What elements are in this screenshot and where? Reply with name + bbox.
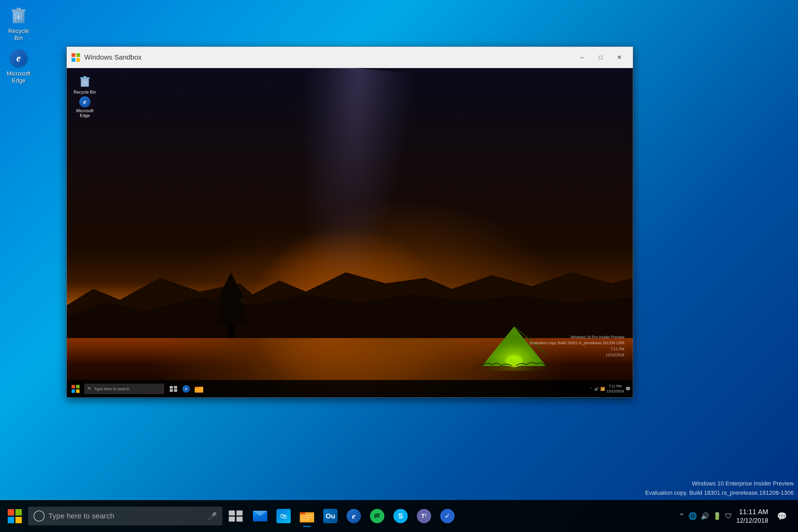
- outlook-icon: Ou: [323, 509, 338, 523]
- clock-date: 12/12/2018: [736, 516, 768, 525]
- search-placeholder: Type here to search: [49, 512, 114, 520]
- svg-rect-39: [8, 509, 14, 515]
- spotify-taskbar-icon[interactable]: [366, 504, 388, 528]
- inner-taskbar-icons: e: [168, 384, 204, 394]
- svg-rect-51: [301, 519, 309, 520]
- outlook-taskbar-icon[interactable]: Ou: [320, 504, 341, 528]
- start-button[interactable]: [3, 504, 26, 528]
- svg-rect-50: [301, 517, 313, 518]
- skype-icon: S: [394, 509, 408, 523]
- minimize-button[interactable]: –: [573, 51, 591, 64]
- taskbar-app-icons: 🛍 Ou: [249, 504, 458, 528]
- inner-build-info-line1: Windows 10 Pro Insider Preview: [530, 334, 624, 340]
- svg-rect-35: [170, 389, 173, 392]
- active-indicator: [303, 526, 311, 527]
- desktop-icon-recycle-bin[interactable]: ♻ Recycle Bin: [3, 3, 35, 44]
- inner-file-explorer-icon[interactable]: [194, 384, 204, 394]
- search-bar[interactable]: Type here to search 🎤: [28, 507, 222, 525]
- microphone-icon[interactable]: 🎤: [208, 512, 217, 520]
- inner-taskbar: 🔍 Type here to search e: [67, 380, 633, 397]
- inner-desktop-icon-edge[interactable]: e Microsoft Edge: [72, 95, 98, 120]
- inner-build-info-line3: 7:11 PM: [530, 346, 624, 352]
- svg-rect-9: [72, 58, 75, 62]
- svg-text:♻: ♻: [17, 15, 21, 20]
- inner-build-info: Windows 10 Pro Insider Preview Evaluatio…: [530, 334, 624, 358]
- clock-time: 11:11 AM: [736, 508, 768, 517]
- svg-rect-34: [174, 386, 177, 388]
- store-taskbar-icon[interactable]: 🛍: [273, 504, 294, 528]
- taskbar: Type here to search 🎤 🛍: [0, 500, 798, 532]
- inner-search-bar[interactable]: 🔍 Type here to search: [84, 384, 164, 394]
- sandbox-content: Windows 10 Pro Insider Preview Evaluatio…: [67, 68, 633, 397]
- edge-icon: e: [8, 48, 29, 69]
- chevron-up-icon[interactable]: ⌃: [679, 512, 685, 520]
- systray: ⌃ 🌐 🔊 🔋 🛡 11:11 AM 12/12/2018 💬: [679, 507, 795, 525]
- file-explorer-icon: [300, 510, 314, 522]
- edge-icon-taskbar: e: [347, 509, 361, 523]
- inner-desktop-icon-recycle-bin[interactable]: ♻ Recycle Bin: [72, 73, 98, 96]
- svg-rect-32: [76, 390, 79, 393]
- spotify-icon: [370, 509, 384, 523]
- clock-area[interactable]: 11:11 AM 12/12/2018: [736, 508, 768, 525]
- desktop-icon-edge[interactable]: e Microsoft Edge: [3, 45, 35, 86]
- taskview-button[interactable]: [225, 506, 246, 527]
- edge-taskbar-icon[interactable]: e: [343, 504, 364, 528]
- inner-taskview-icon[interactable]: [168, 384, 178, 394]
- outer-build-info-line2: Evaluation copy. Build 18301.rs_prerelea…: [645, 488, 794, 497]
- inner-systray: ⌃ 🔊 📶 7:11 PM 12/12/2018 💬: [590, 384, 631, 394]
- svg-rect-46: [236, 517, 243, 521]
- sandbox-title-text: Windows Sandbox: [84, 53, 573, 61]
- svg-rect-27: [83, 76, 87, 77]
- svg-text:♻: ♻: [83, 81, 87, 84]
- file-explorer-taskbar-icon[interactable]: [296, 504, 318, 528]
- skype-taskbar-icon[interactable]: S: [390, 504, 411, 528]
- inner-build-info-line2: Evaluation copy. Build 18301.rs_prerelea…: [530, 340, 624, 346]
- close-button[interactable]: ✕: [610, 51, 629, 64]
- maximize-button[interactable]: □: [591, 51, 610, 64]
- recycle-bin-label: Recycle Bin: [5, 28, 33, 41]
- inner-build-info-line4: 12/12/2018: [530, 352, 624, 358]
- recycle-bin-icon: ♻: [8, 5, 29, 26]
- security-icon[interactable]: 🛡: [725, 512, 732, 520]
- edge-label: Microsoft Edge: [5, 70, 33, 84]
- inner-edge-icon: e: [79, 96, 91, 108]
- svg-rect-16: [228, 323, 234, 338]
- inner-edge-taskbar-icon[interactable]: e: [181, 384, 191, 394]
- svg-rect-29: [72, 385, 75, 388]
- svg-rect-44: [236, 510, 243, 515]
- svg-rect-33: [170, 386, 173, 388]
- network-icon[interactable]: 🌐: [688, 512, 697, 520]
- inner-start-button[interactable]: [69, 382, 82, 396]
- inner-edge-label: Microsoft Edge: [73, 109, 97, 118]
- notification-button[interactable]: 💬: [773, 507, 791, 525]
- volume-icon[interactable]: 🔊: [701, 512, 709, 520]
- svg-rect-43: [229, 510, 235, 515]
- mail-taskbar-icon[interactable]: [249, 504, 271, 528]
- sandbox-titlebar: Windows Sandbox – □ ✕: [67, 47, 633, 68]
- svg-rect-7: [72, 53, 75, 57]
- teams-taskbar-icon[interactable]: T¹: [413, 504, 435, 528]
- battery-icon[interactable]: 🔋: [713, 512, 721, 520]
- inner-recycle-bin-label: Recycle Bin: [74, 90, 96, 95]
- mail-icon: [253, 511, 267, 521]
- svg-rect-5: [17, 8, 21, 10]
- sandbox-title-icon: [71, 53, 81, 62]
- todo-icon: ✓: [440, 509, 455, 523]
- todo-taskbar-icon[interactable]: ✓: [437, 504, 458, 528]
- outer-build-info-line1: Windows 10 Enterprise Insider Preview: [645, 479, 794, 488]
- svg-rect-40: [15, 509, 22, 515]
- inner-recycle-bin-icon: ♻: [79, 75, 91, 89]
- inner-clock[interactable]: 7:11 PM 12/12/2018: [607, 384, 624, 394]
- inner-clock-time: 7:11 PM: [607, 384, 624, 388]
- svg-rect-42: [15, 517, 22, 523]
- svg-rect-31: [72, 390, 75, 393]
- svg-rect-36: [174, 389, 177, 392]
- svg-point-20: [506, 355, 523, 367]
- trees: [208, 272, 253, 338]
- teams-icon: T¹: [417, 509, 431, 523]
- titlebar-controls: – □ ✕: [573, 51, 629, 64]
- inner-wallpaper: Windows 10 Pro Insider Preview Evaluatio…: [67, 68, 633, 397]
- inner-search-placeholder: Type here to search: [94, 386, 130, 391]
- svg-rect-41: [8, 517, 14, 523]
- svg-rect-45: [229, 517, 235, 521]
